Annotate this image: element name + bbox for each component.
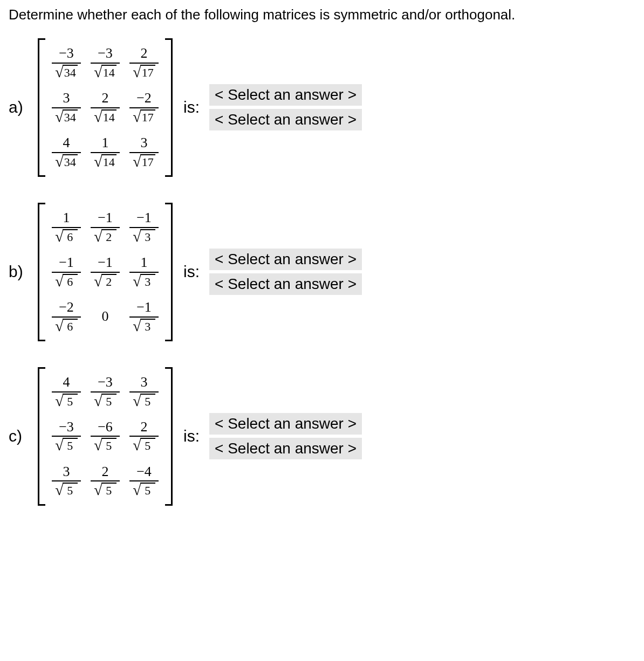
matrix-cell: 2√5 (91, 464, 120, 498)
matrix-cell: −1√2 (91, 210, 120, 244)
matrix-cell: 1√6 (52, 210, 81, 244)
part-b-select-1[interactable]: < Select an answer > (209, 249, 362, 270)
matrix-cell: 3√34 (52, 91, 81, 125)
matrix-cell: −3√5 (91, 375, 120, 409)
part-a-selects: < Select an answer > < Select an answer … (209, 84, 362, 130)
matrix-cell: −2√6 (52, 300, 81, 334)
matrix-b-body: 1√6 −1√2 −1√3 −1√6 −1√2 1√3 −2√6 0 −1√3 (45, 203, 165, 341)
bracket-right-icon (165, 203, 173, 341)
matrix-cell: −1√2 (91, 255, 120, 289)
part-a-row: a) −3√34 −3√14 2√17 3√34 2√14 −2√17 4√34… (9, 38, 635, 177)
matrix-b: 1√6 −1√2 −1√3 −1√6 −1√2 1√3 −2√6 0 −1√3 (38, 203, 173, 341)
matrix-c: 4√5 −3√5 3√5 −3√5 −6√5 2√5 3√5 2√5 −4√5 (38, 367, 173, 506)
is-label: is: (183, 427, 200, 445)
bracket-left-icon (38, 203, 45, 341)
matrix-cell: −1√3 (129, 300, 159, 334)
part-c-select-2[interactable]: < Select an answer > (209, 438, 362, 459)
matrix-cell: 3√5 (129, 375, 159, 409)
matrix-cell: −6√5 (91, 419, 120, 453)
bracket-right-icon (165, 38, 173, 177)
matrix-a-body: −3√34 −3√14 2√17 3√34 2√14 −2√17 4√34 1√… (45, 38, 165, 177)
matrix-cell: 2√17 (129, 46, 159, 80)
part-c-selects: < Select an answer > < Select an answer … (209, 413, 362, 459)
question-prompt: Determine whether each of the following … (9, 6, 635, 23)
matrix-cell: 4√5 (52, 375, 81, 409)
matrix-cell: 2√5 (129, 419, 159, 453)
part-a-select-2[interactable]: < Select an answer > (209, 109, 362, 130)
part-b-selects: < Select an answer > < Select an answer … (209, 249, 362, 295)
part-b-row: b) 1√6 −1√2 −1√3 −1√6 −1√2 1√3 −2√6 0 −1… (9, 203, 635, 341)
matrix-c-body: 4√5 −3√5 3√5 −3√5 −6√5 2√5 3√5 2√5 −4√5 (45, 367, 165, 506)
matrix-cell: 4√34 (52, 135, 81, 169)
matrix-cell: −2√17 (129, 91, 159, 125)
part-b-select-2[interactable]: < Select an answer > (209, 273, 362, 295)
matrix-cell: 2√14 (91, 91, 120, 125)
matrix-cell: 3√5 (52, 464, 81, 498)
part-c-label: c) (9, 427, 30, 445)
bracket-left-icon (38, 38, 45, 177)
matrix-cell: 1√3 (129, 255, 159, 289)
part-a-select-1[interactable]: < Select an answer > (209, 84, 362, 106)
matrix-cell: −3√34 (52, 46, 81, 80)
matrix-cell: −3√5 (52, 419, 81, 453)
part-c-select-1[interactable]: < Select an answer > (209, 413, 362, 435)
matrix-cell: −1√6 (52, 255, 81, 289)
is-label: is: (183, 263, 200, 281)
part-a-label: a) (9, 98, 30, 116)
part-b-label: b) (9, 263, 30, 281)
bracket-right-icon (165, 367, 173, 506)
matrix-cell: 0 (91, 300, 120, 334)
matrix-cell: −4√5 (129, 464, 159, 498)
matrix-cell: 1√14 (91, 135, 120, 169)
matrix-cell: 3√17 (129, 135, 159, 169)
is-label: is: (183, 98, 200, 116)
matrix-cell: −1√3 (129, 210, 159, 244)
matrix-a: −3√34 −3√14 2√17 3√34 2√14 −2√17 4√34 1√… (38, 38, 173, 177)
bracket-left-icon (38, 367, 45, 506)
part-c-row: c) 4√5 −3√5 3√5 −3√5 −6√5 2√5 3√5 2√5 −4… (9, 367, 635, 506)
matrix-cell: −3√14 (91, 46, 120, 80)
